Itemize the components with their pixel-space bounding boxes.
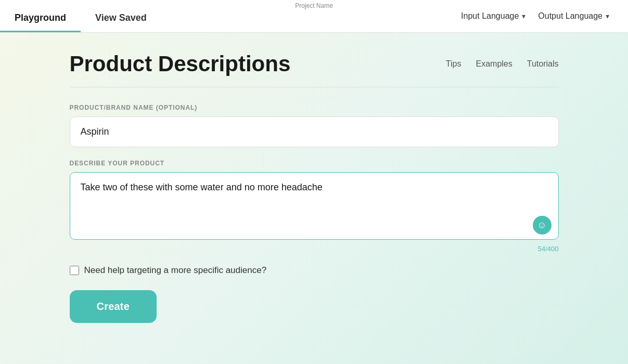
describe-product-section: DESCRIBE YOUR PRODUCT Take two of these … (70, 160, 559, 253)
page-header: Product Descriptions Tips Examples Tutor… (70, 33, 559, 87)
input-language-button[interactable]: Input Language ▾ (459, 7, 528, 25)
header-links: Tips Examples Tutorials (446, 59, 559, 69)
top-bar: Project Name Playground View Saved Input… (0, 0, 628, 33)
output-language-chevron-icon: ▾ (606, 12, 609, 20)
tab-playground[interactable]: Playground (0, 5, 81, 32)
page-title: Product Descriptions (70, 51, 291, 76)
describe-product-label: DESCRIBE YOUR PRODUCT (70, 160, 559, 167)
language-controls: Input Language ▾ Output Language ▾ (442, 0, 628, 32)
main-content: Product Descriptions Tips Examples Tutor… (28, 33, 600, 323)
project-name: Project Name (295, 0, 333, 9)
submit-icon[interactable]: ☺ (533, 216, 552, 235)
tabs-nav: Playground View Saved (0, 0, 161, 32)
create-button[interactable]: Create (70, 290, 157, 323)
input-language-chevron-icon: ▾ (522, 12, 526, 20)
product-name-section: PRODUCT/BRAND NAME (OPTIONAL) (70, 104, 559, 147)
tips-link[interactable]: Tips (446, 59, 462, 69)
tutorials-link[interactable]: Tutorials (527, 59, 559, 69)
audience-checkbox-label: Need help targeting a more specific audi… (84, 265, 267, 276)
textarea-wrapper: Take two of these with some water and no… (70, 172, 559, 242)
output-language-button[interactable]: Output Language ▾ (536, 7, 611, 25)
audience-checkbox[interactable] (70, 266, 79, 275)
char-count: 54/400 (70, 245, 559, 253)
audience-checkbox-row: Need help targeting a more specific audi… (70, 265, 559, 276)
product-name-input[interactable] (70, 116, 559, 147)
product-name-label: PRODUCT/BRAND NAME (OPTIONAL) (70, 104, 559, 111)
tab-view-saved[interactable]: View Saved (81, 5, 161, 32)
describe-product-textarea[interactable]: Take two of these with some water and no… (70, 172, 559, 240)
examples-link[interactable]: Examples (476, 59, 512, 69)
